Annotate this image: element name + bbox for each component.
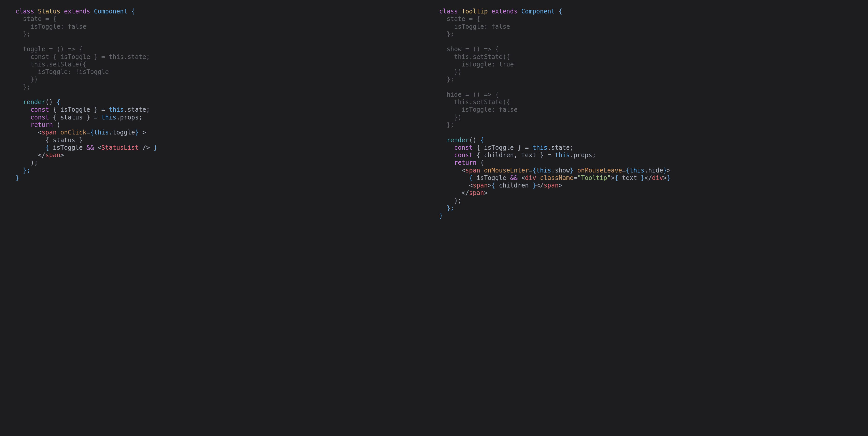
- code-line: isToggle: true: [439, 61, 514, 68]
- kw-extends: extends: [64, 8, 90, 15]
- code-line: isToggle: false: [439, 106, 518, 113]
- brace: {: [128, 8, 135, 15]
- code-line: isToggle: !isToggle: [16, 68, 109, 76]
- code-line: };: [439, 121, 454, 128]
- brace: {: [555, 8, 562, 15]
- code-line: }): [439, 68, 462, 76]
- code-line: hide = () => {: [439, 91, 499, 98]
- code-line: state = {: [439, 15, 480, 23]
- code-line: { status }: [16, 137, 83, 144]
- code-line: );: [16, 159, 38, 166]
- kw-class: class: [439, 8, 458, 15]
- left-code: class Status extends Component { state =…: [16, 8, 429, 182]
- code-line: }): [439, 114, 462, 121]
- code-line: { isToggle && <div className="Tooltip">{…: [439, 174, 671, 181]
- code-line: );: [439, 197, 462, 204]
- code-line: };: [16, 84, 30, 91]
- code-line: const { isToggle } = this.state;: [16, 53, 150, 60]
- code-line: const { isToggle } = this.state;: [16, 106, 150, 113]
- code-line: return (: [439, 159, 484, 166]
- class-ref-component: Component: [521, 8, 555, 15]
- left-code-pane: class Status extends Component { state =…: [16, 8, 429, 220]
- code-line: this.setState({: [16, 61, 87, 68]
- code-line: const { children, text } = this.props;: [439, 151, 596, 159]
- right-code-pane: class Tooltip extends Component { state …: [439, 8, 852, 220]
- code-line: </span>: [16, 151, 64, 159]
- code-line: };: [16, 167, 30, 174]
- code-line: }: [16, 174, 19, 181]
- kw-class: class: [16, 8, 34, 15]
- code-line: isToggle: false: [16, 23, 87, 30]
- class-name-status: Status: [38, 8, 60, 15]
- code-line: }: [439, 212, 443, 219]
- code-line: { isToggle && <StatusList /> }: [16, 144, 157, 151]
- code-line: render() {: [16, 98, 60, 106]
- code-line: };: [439, 205, 454, 212]
- class-name-tooltip: Tooltip: [462, 8, 488, 15]
- code-line: isToggle: false: [439, 23, 510, 30]
- code-line: };: [439, 76, 454, 83]
- code-line: const { isToggle } = this.state;: [439, 144, 574, 151]
- code-line: toggle = () => {: [16, 46, 83, 53]
- code-line: }): [16, 76, 38, 83]
- code-line: };: [439, 30, 454, 38]
- right-code: class Tooltip extends Component { state …: [439, 8, 852, 220]
- code-line: <span>{ children }</span>: [439, 182, 562, 189]
- code-line: const { status } = this.props;: [16, 114, 142, 121]
- class-ref-component: Component: [94, 8, 127, 15]
- split-panes: class Status extends Component { state =…: [0, 0, 868, 227]
- code-line: this.setState({: [439, 53, 510, 60]
- code-line: this.setState({: [439, 98, 510, 106]
- code-line: state = {: [16, 15, 57, 23]
- code-line: show = () => {: [439, 46, 499, 53]
- code-line: <span onClick={this.toggle} >: [16, 129, 146, 136]
- code-line: };: [16, 30, 30, 38]
- code-line: render() {: [439, 137, 484, 144]
- code-line: </span>: [439, 189, 488, 197]
- code-line: <span onMouseEnter={this.show} onMouseLe…: [439, 167, 671, 174]
- code-line: return (: [16, 121, 60, 128]
- kw-extends: extends: [491, 8, 518, 15]
